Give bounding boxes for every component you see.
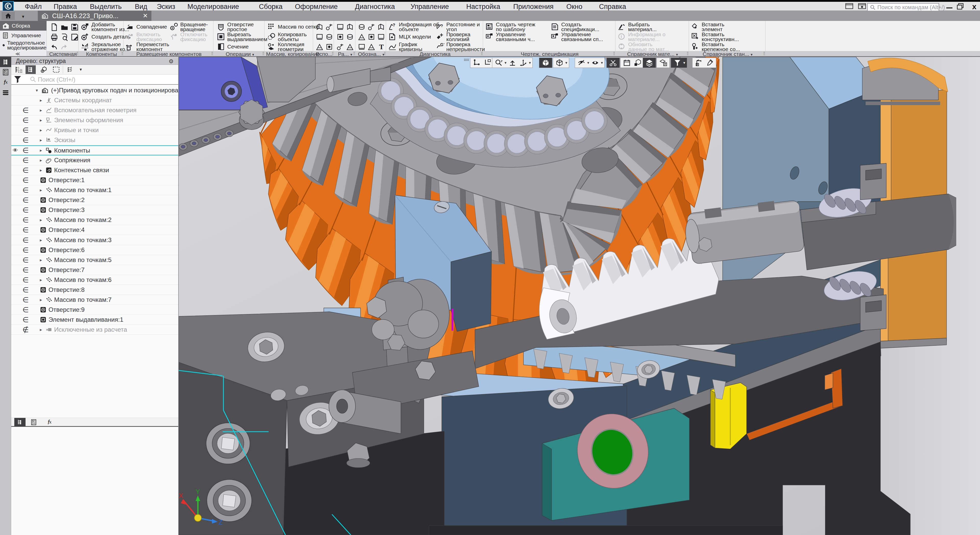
svg-text:?: ?	[441, 24, 443, 28]
svg-text:?: ?	[393, 23, 395, 27]
svg-text:Z: Z	[219, 518, 223, 526]
svg-text:T: T	[490, 24, 492, 27]
svg-text:Y: Y	[196, 488, 200, 495]
svg-text:2,12: 2,12	[18, 71, 22, 73]
svg-text:G?: G?	[440, 43, 444, 47]
svg-text:T: T	[379, 43, 384, 51]
svg-text:i: i	[621, 35, 622, 39]
svg-text:X: X	[179, 492, 183, 500]
